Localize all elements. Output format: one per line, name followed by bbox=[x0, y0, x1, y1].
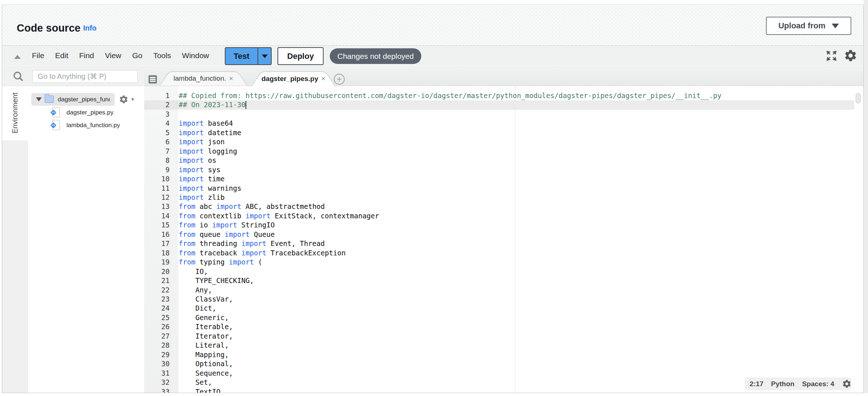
search-icon bbox=[13, 71, 24, 82]
vertical-scrollbar[interactable] bbox=[856, 93, 861, 104]
folder-settings-gear-icon[interactable]: ▼ bbox=[119, 93, 135, 106]
editor-tab-lambda-function-[interactable]: lambda_function.× bbox=[159, 71, 247, 86]
tree-row-dagster-pipes-py[interactable]: dagster_pipes.py bbox=[28, 106, 144, 119]
test-dropdown[interactable] bbox=[258, 48, 271, 64]
folder-label: dagster_pipes_funct bbox=[58, 93, 110, 106]
upload-from-button[interactable]: Upload from bbox=[766, 17, 851, 35]
settings-gear-icon[interactable] bbox=[844, 49, 857, 62]
menu-items: FileEditFindViewGoToolsWindow bbox=[32, 46, 209, 65]
python-file-icon bbox=[52, 107, 60, 117]
python-file-icon bbox=[52, 120, 60, 130]
test-button[interactable]: Test bbox=[225, 47, 272, 65]
menu-item-window[interactable]: Window bbox=[182, 51, 209, 60]
tab-list-icon[interactable] bbox=[149, 75, 157, 84]
panel-header: Code source Info Upload from bbox=[2, 5, 863, 45]
menu-item-tools[interactable]: Tools bbox=[153, 51, 171, 60]
cursor-position[interactable]: 2:17 bbox=[750, 380, 763, 388]
chevron-down-icon bbox=[262, 54, 268, 58]
file-label: dagster_pipes.py bbox=[66, 106, 113, 119]
tab-label: dagster_pipes.py bbox=[261, 75, 318, 83]
file-tree: dagster_pipes_funct▼dagster_pipes.pylamb… bbox=[28, 86, 144, 393]
tab-close-icon[interactable]: × bbox=[321, 74, 325, 83]
file-label: lambda_function.py bbox=[66, 119, 120, 132]
menu-item-edit[interactable]: Edit bbox=[55, 51, 68, 60]
page-background-right bbox=[864, 0, 868, 393]
environment-strip: Environment bbox=[2, 86, 28, 393]
tab-close-icon[interactable]: × bbox=[229, 74, 234, 83]
spaces-setting[interactable]: Spaces: 4 bbox=[802, 380, 834, 388]
menu-item-find[interactable]: Find bbox=[79, 51, 94, 60]
file-explorer-sidebar: Environment dagster_pipes_funct▼dagster_… bbox=[2, 66, 144, 393]
tab-label: lambda_function. bbox=[174, 74, 226, 82]
tree-row-lambda-function-py[interactable]: lambda_function.py bbox=[28, 119, 144, 132]
menu-item-go[interactable]: Go bbox=[132, 51, 142, 60]
code-content: ## Copied from: https://raw.githubuserco… bbox=[179, 91, 721, 393]
environment-tab[interactable]: Environment bbox=[2, 86, 28, 140]
editor-status-bar: 2:17 Python Spaces: 4 bbox=[745, 377, 851, 390]
code-source-panel: Code source Info Upload from FileEditFin… bbox=[2, 4, 864, 393]
menu-item-file[interactable]: File bbox=[32, 51, 44, 60]
line-numbers: 1234567891011121314151617181920212223242… bbox=[144, 91, 178, 393]
search-input[interactable] bbox=[32, 70, 138, 83]
menu-item-view[interactable]: View bbox=[105, 51, 121, 60]
language-mode[interactable]: Python bbox=[771, 380, 794, 388]
deploy-button[interactable]: Deploy bbox=[277, 47, 324, 65]
editor-menubar: FileEditFindViewGoToolsWindow Test Deplo… bbox=[2, 45, 863, 66]
tree-row-dagster-pipes-funct[interactable]: dagster_pipes_funct▼ bbox=[28, 93, 144, 106]
status-gear-icon[interactable] bbox=[842, 379, 852, 389]
chevron-down-icon bbox=[832, 24, 839, 28]
new-tab-button[interactable]: + bbox=[334, 74, 345, 85]
code-editor[interactable]: 1234567891011121314151617181920212223242… bbox=[144, 86, 863, 393]
deploy-status-badge: Changes not deployed bbox=[330, 48, 421, 64]
expander-arrow-icon[interactable] bbox=[36, 97, 42, 101]
info-link[interactable]: Info bbox=[83, 24, 97, 32]
editor-tab-dagster-pipes-py[interactable]: dagster_pipes.py× bbox=[252, 71, 335, 86]
search-band bbox=[2, 66, 144, 86]
collapse-panel-icon[interactable] bbox=[14, 55, 21, 59]
folder-icon bbox=[45, 96, 54, 103]
text-cursor bbox=[246, 101, 246, 109]
editor-tabbar: lambda_function.×dagster_pipes.py× + bbox=[144, 66, 863, 86]
page-title: Code source bbox=[17, 22, 81, 34]
fullscreen-icon[interactable] bbox=[827, 51, 836, 61]
